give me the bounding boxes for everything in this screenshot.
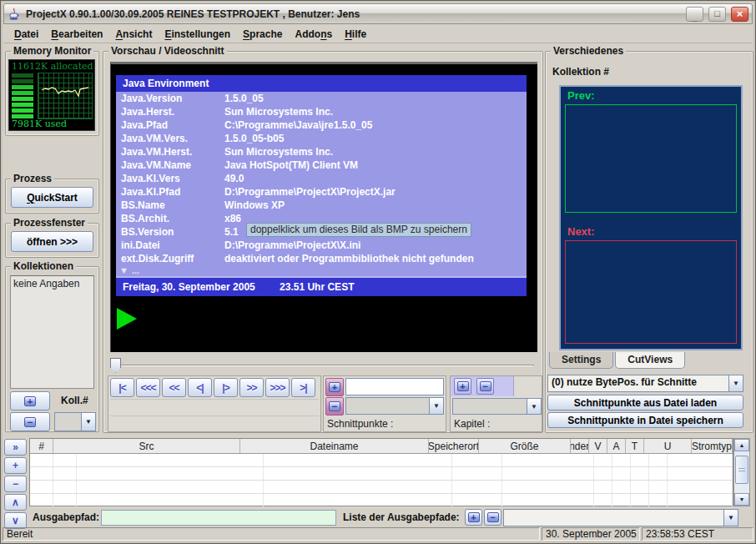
table-row[interactable]	[30, 454, 733, 467]
chevron-down-icon[interactable]: ▼	[527, 399, 541, 414]
collections-list[interactable]: keine Angaben	[10, 275, 94, 389]
column-header[interactable]: U	[644, 439, 692, 453]
transport-button[interactable]: >>>	[265, 378, 290, 397]
menu-item[interactable]: Addons	[292, 28, 335, 41]
env-key: Java.Pfad	[121, 118, 224, 132]
transport-button[interactable]: <|	[188, 378, 212, 397]
open-process-window-button[interactable]: öffnen >>>	[11, 231, 93, 252]
file-table-body[interactable]	[30, 454, 733, 507]
tab[interactable]: Settings	[549, 352, 613, 369]
cutpoints-combobox[interactable]: ▼	[345, 397, 444, 415]
table-cell	[452, 494, 502, 506]
env-row: Java.Kl.Pfad D:\Programme\ProjectX\Proje…	[116, 185, 527, 199]
column-header[interactable]: #	[30, 439, 53, 453]
column-header[interactable]: Stromtyp	[692, 439, 733, 453]
output-path-input[interactable]	[101, 510, 336, 526]
scroll-down-icon[interactable]: ▼	[734, 493, 749, 506]
prev-frame-box[interactable]	[565, 104, 737, 213]
chevron-down-icon[interactable]: ▼	[429, 398, 443, 414]
column-header[interactable]: Speicherort	[429, 439, 479, 453]
file-table-header: #SrcDateinameSpeicherortGrößeGeändert am…	[30, 439, 733, 454]
column-header[interactable]: Dateiname	[240, 439, 429, 453]
file-table[interactable]: #SrcDateinameSpeicherortGrößeGeändert am…	[29, 438, 733, 506]
output-paths-combobox[interactable]: ▼	[503, 509, 738, 526]
menu-item[interactable]: Bearbeiten	[48, 28, 105, 41]
slider-thumb[interactable]	[110, 358, 121, 373]
remove-collection-button[interactable]: −	[10, 412, 50, 431]
remove-cutpoint-button[interactable]: −	[325, 397, 344, 416]
env-row: Java.Pfad C:\Programme\Java\jre1.5.0_05	[116, 118, 527, 132]
column-header[interactable]: T	[626, 439, 644, 453]
java-environment-header: Java Environment	[116, 75, 527, 92]
toolbar-button[interactable]: »	[4, 439, 27, 456]
tab[interactable]: CutViews	[615, 352, 685, 369]
chevron-down-icon[interactable]: ▼	[723, 510, 738, 526]
transport-button[interactable]: |<	[110, 378, 134, 397]
save-cutpoints-button[interactable]: Schnittpunkte in Datei speichern	[547, 412, 743, 428]
add-cutpoint-button[interactable]: +	[325, 378, 344, 396]
column-header[interactable]: Src	[53, 439, 240, 453]
collection-number-combobox[interactable]: ▼	[54, 412, 96, 431]
menu-item[interactable]: Einstellungen	[162, 28, 233, 41]
env-footer-time: 23.51 Uhr CEST	[280, 281, 354, 293]
memory-monitor-display[interactable]: 11612K allocated 7981K used	[8, 59, 95, 131]
cutpoint-input[interactable]	[345, 378, 444, 395]
env-key: Java.Kl.Vers	[121, 172, 224, 185]
column-header[interactable]: Geändert am	[571, 439, 589, 453]
load-cutpoints-button[interactable]: Schnittpunkte aus Datei laden	[547, 395, 743, 411]
table-row[interactable]	[30, 494, 733, 507]
toolbar-button[interactable]: +	[4, 457, 27, 474]
env-footer: Freitag, 30. September 2005 23.51 Uhr CE…	[116, 276, 527, 296]
position-slider[interactable]	[108, 357, 536, 374]
chevron-down-icon[interactable]: ▼	[81, 413, 95, 431]
next-frame-box[interactable]	[565, 240, 737, 344]
scrollbar-thumb[interactable]	[735, 456, 748, 484]
transport-button[interactable]: <<	[162, 378, 186, 397]
maximize-button[interactable]: □	[708, 7, 726, 22]
table-row[interactable]	[30, 481, 733, 494]
quickstart-button[interactable]: QuickStart	[11, 187, 93, 208]
env-value: 49.0	[224, 172, 244, 185]
column-header[interactable]: A	[607, 439, 626, 453]
remove-chapter-button[interactable]: −	[476, 378, 494, 395]
menu-item[interactable]: Sprache	[240, 28, 285, 41]
table-cell	[631, 467, 649, 480]
table-cell	[502, 467, 594, 480]
transport-button[interactable]: >>	[239, 378, 264, 397]
column-header[interactable]: V	[589, 439, 607, 453]
transport-button[interactable]: >|	[291, 378, 315, 397]
transport-spacer-row	[110, 416, 319, 432]
menu-item[interactable]: Datei	[12, 28, 41, 41]
memory-monitor-title: Memory Monitor	[11, 45, 93, 57]
add-output-path-button[interactable]: +	[465, 509, 482, 526]
table-cell	[502, 494, 594, 506]
add-collection-button[interactable]: +	[10, 391, 50, 411]
minimize-button[interactable]: _	[686, 7, 703, 22]
menu-item[interactable]: Ansicht	[113, 28, 154, 41]
transport-button[interactable]: |>	[214, 378, 238, 397]
close-button[interactable]: ×	[731, 7, 748, 22]
toolbar-button[interactable]: −	[4, 476, 27, 492]
env-row: Java.VM.Name Java HotSpot(TM) Client VM	[116, 159, 527, 172]
table-scrollbar[interactable]: ▲ ▼	[733, 438, 750, 506]
side-tabs: SettingsCutViews	[549, 352, 687, 369]
env-key: BS.Archit.	[121, 212, 224, 225]
column-header[interactable]: Größe	[479, 439, 571, 453]
transport-button[interactable]: <<<	[136, 378, 160, 397]
add-chapter-button[interactable]: +	[454, 378, 471, 395]
status-time: 23:58:53 CEST	[642, 527, 753, 541]
video-preview-area[interactable]: Java Environment Java.Version 1.5.0_05 J…	[110, 62, 537, 352]
cutmode-combobox[interactable]: (0) nutze BytePos. für Schnitte ▼	[547, 375, 743, 392]
table-cell	[264, 494, 452, 506]
menu-item[interactable]: Hilfe	[342, 28, 369, 41]
cutpoints-label: Schnittpunkte :	[327, 418, 393, 430]
remove-output-path-button[interactable]: −	[484, 509, 501, 526]
title-bar[interactable]: ProjectX 0.90.1.00/30.09.2005 REINES TES…	[3, 3, 753, 24]
table-cell	[77, 454, 264, 466]
chevron-down-icon[interactable]: ▼	[728, 375, 743, 391]
table-row[interactable]	[30, 467, 733, 481]
scroll-up-icon[interactable]: ▲	[734, 439, 749, 451]
env-value: D:\Programme\ProjectX\X.ini	[224, 239, 360, 252]
slider-track[interactable]	[110, 365, 534, 366]
chapters-combobox[interactable]: ▼	[452, 398, 542, 415]
